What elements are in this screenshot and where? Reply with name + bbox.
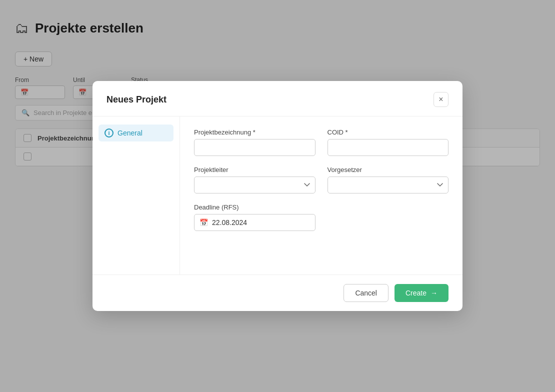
close-icon: × <box>438 95 443 104</box>
modal-header: Neues Projekt × <box>92 81 462 116</box>
coid-label: COID * <box>328 128 449 136</box>
deadline-value: 22.08.2024 <box>212 218 247 226</box>
modal-sidebar: i General <box>92 116 180 274</box>
modal-form-content: Projektbezeichnung * COID * Projektleite… <box>180 116 462 274</box>
deadline-date-field[interactable]: 📅 22.08.2024 <box>194 214 316 231</box>
deadline-label: Deadline (RFS) <box>194 204 316 211</box>
form-row-3: Deadline (RFS) 📅 22.08.2024 <box>194 204 448 231</box>
projektleiter-label: Projektleiter <box>194 166 316 174</box>
modal-body: i General Projektbezeichnung * COID * <box>92 116 462 274</box>
projektbezeichnung-label: Projektbezeichnung * <box>194 128 316 136</box>
projektbezeichnung-input[interactable] <box>194 139 316 156</box>
form-group-deadline: Deadline (RFS) 📅 22.08.2024 <box>194 204 316 231</box>
form-row-1: Projektbezeichnung * COID * <box>194 128 448 156</box>
form-group-coid: COID * <box>328 128 449 156</box>
create-label: Create <box>406 289 426 297</box>
sidebar-general-label: General <box>118 129 142 137</box>
vorgesetzer-label: Vorgesetzer <box>328 166 449 174</box>
modal-footer: Cancel Create → <box>92 274 462 311</box>
form-group-projektleiter: Projektleiter <box>194 166 316 194</box>
form-group-empty <box>328 204 449 231</box>
form-group-projektbezeichnung: Projektbezeichnung * <box>194 128 316 156</box>
coid-input[interactable] <box>328 139 449 156</box>
form-group-vorgesetzer: Vorgesetzer <box>328 166 449 194</box>
info-icon: i <box>104 128 114 138</box>
modal-dialog: Neues Projekt × i General Projektbezeich… <box>92 81 462 311</box>
create-arrow: → <box>430 289 438 297</box>
vorgesetzer-select[interactable] <box>328 176 449 194</box>
modal-title: Neues Projekt <box>106 94 166 105</box>
close-button[interactable]: × <box>434 92 448 107</box>
projektleiter-select[interactable] <box>194 176 316 194</box>
modal-overlay: Neues Projekt × i General Projektbezeich… <box>0 0 555 392</box>
create-button[interactable]: Create → <box>394 284 448 302</box>
cancel-label: Cancel <box>355 289 377 297</box>
sidebar-item-general[interactable]: i General <box>98 124 174 142</box>
form-row-2: Projektleiter Vorgesetzer <box>194 166 448 194</box>
cancel-button[interactable]: Cancel <box>344 284 388 302</box>
calendar-icon-deadline: 📅 <box>200 218 208 226</box>
